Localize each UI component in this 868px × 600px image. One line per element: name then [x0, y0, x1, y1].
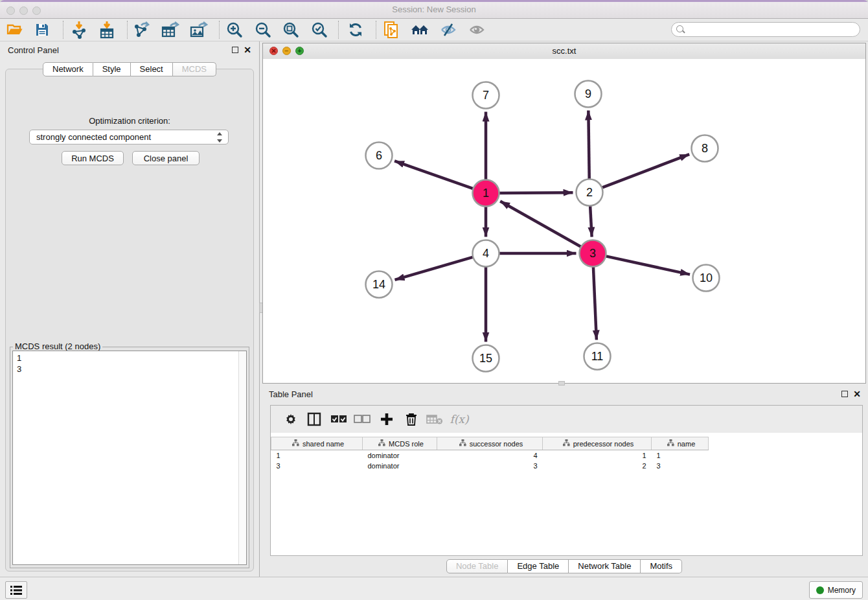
- control-panel-tabs: NetworkStyleSelectMCDS: [43, 62, 216, 76]
- window-title: Session: New Session: [0, 5, 868, 14]
- column-header-successor-nodes[interactable]: successor nodes: [437, 437, 543, 450]
- memory-button[interactable]: Memory: [809, 581, 863, 599]
- graph-edge-2-8[interactable]: [600, 154, 689, 188]
- search-icon: [676, 25, 683, 32]
- table-float-icon[interactable]: [841, 391, 848, 397]
- table-close-icon[interactable]: ✕: [853, 389, 861, 399]
- save-session-icon[interactable]: [31, 20, 53, 40]
- run-mcds-button[interactable]: Run MCDS: [62, 151, 124, 165]
- search-input[interactable]: [671, 22, 860, 37]
- open-file-icon[interactable]: [4, 20, 26, 40]
- graph-edge-3-11[interactable]: [593, 265, 597, 340]
- column-header-MCDS-role[interactable]: MCDS role: [363, 437, 437, 450]
- right-area: ✕ − + scc.txt 7968124314101511: [260, 41, 868, 577]
- tab-style[interactable]: Style: [93, 62, 131, 76]
- graph-edge-1-6[interactable]: [394, 161, 474, 189]
- graph-node-6[interactable]: 6: [366, 143, 393, 169]
- tab-motifs[interactable]: Motifs: [641, 559, 682, 573]
- settings-gear-icon[interactable]: [281, 410, 301, 429]
- export-table-icon[interactable]: [159, 20, 181, 40]
- tab-edge-table[interactable]: Edge Table: [508, 559, 569, 573]
- network-canvas[interactable]: 7968124314101511: [263, 59, 865, 383]
- horizontal-splitter-handle[interactable]: [558, 381, 565, 386]
- graph-node-11[interactable]: 11: [584, 343, 611, 370]
- graph-node-4[interactable]: 4: [473, 240, 499, 267]
- tab-network[interactable]: Network: [43, 62, 93, 76]
- table-row[interactable]: 3dominator323: [271, 461, 719, 471]
- svg-text:15: 15: [479, 352, 492, 365]
- svg-text:9: 9: [585, 87, 591, 100]
- graph-edge-3-10[interactable]: [604, 256, 690, 275]
- export-network-icon[interactable]: [131, 20, 153, 40]
- show-hidden-icon[interactable]: [466, 20, 488, 40]
- graph-node-8[interactable]: 8: [692, 135, 718, 162]
- graph-edge-2-9[interactable]: [588, 110, 589, 180]
- table-container: f(x) shared nameMCDS rolesuccessor nodes…: [270, 405, 863, 556]
- column-header-name[interactable]: name: [652, 437, 709, 450]
- deselect-all-icon[interactable]: [352, 410, 372, 429]
- memory-status-icon: [816, 586, 824, 594]
- table-panel: Table Panel ✕: [262, 386, 866, 577]
- import-network-icon[interactable]: [68, 20, 90, 40]
- graph-node-1[interactable]: 1: [473, 180, 499, 207]
- graph-node-2[interactable]: 2: [577, 179, 603, 206]
- add-row-icon[interactable]: [377, 410, 396, 429]
- search-field: [671, 22, 860, 37]
- refresh-icon[interactable]: [345, 20, 367, 40]
- mcds-panel: Optimization criterion: strongly connect…: [5, 69, 254, 571]
- node-table-header: shared nameMCDS rolesuccessor nodesprede…: [271, 437, 719, 450]
- zoom-fit-icon[interactable]: [280, 20, 302, 40]
- criterion-dropdown[interactable]: strongly connected component: [29, 130, 229, 144]
- tab-mcds[interactable]: MCDS: [173, 62, 216, 76]
- zoom-out-icon[interactable]: [252, 20, 274, 40]
- graph-edge-3-1[interactable]: [500, 202, 582, 248]
- graph-node-9[interactable]: 9: [575, 81, 602, 108]
- zoom-in-icon[interactable]: [223, 20, 246, 40]
- function-builder-icon: f(x): [450, 410, 469, 429]
- svg-text:6: 6: [376, 149, 382, 162]
- graph-node-3[interactable]: 3: [580, 240, 606, 267]
- svg-text:11: 11: [591, 350, 604, 363]
- float-panel-icon[interactable]: [232, 47, 238, 53]
- show-columns-icon[interactable]: [304, 410, 324, 429]
- delete-rows-icon[interactable]: [402, 410, 421, 429]
- mcds-result-line: 1: [17, 352, 246, 363]
- graph-node-14[interactable]: 14: [366, 271, 393, 298]
- svg-text:4: 4: [483, 247, 489, 260]
- fx-label: f(x): [450, 413, 468, 426]
- tab-select[interactable]: Select: [131, 62, 173, 76]
- status-bar: Memory: [0, 577, 868, 600]
- criterion-dropdown-value: strongly connected component: [36, 132, 151, 142]
- graph-node-7[interactable]: 7: [473, 82, 499, 109]
- mcds-result-text[interactable]: 13: [12, 351, 247, 565]
- column-header-predecessor-nodes[interactable]: predecessor nodes: [543, 437, 652, 450]
- graph-edge-2-3[interactable]: [590, 204, 592, 237]
- zoom-selected-icon[interactable]: [308, 20, 330, 40]
- control-panel: Control Panel ✕ NetworkStyleSelectMCDS O…: [0, 41, 260, 577]
- clone-network-icon[interactable]: [381, 20, 403, 40]
- svg-text:10: 10: [700, 271, 713, 284]
- svg-text:7: 7: [483, 89, 489, 102]
- result-scrollbar[interactable]: [238, 351, 246, 564]
- tab-node-table[interactable]: Node Table: [446, 559, 508, 573]
- column-header-shared-name[interactable]: shared name: [271, 437, 363, 450]
- table-row[interactable]: 1dominator411: [271, 450, 719, 461]
- task-history-button[interactable]: [5, 581, 27, 599]
- svg-text:3: 3: [589, 247, 596, 260]
- graph-edge-4-14[interactable]: [394, 257, 474, 280]
- close-panel-button[interactable]: Close panel: [132, 151, 200, 165]
- svg-text:1: 1: [483, 187, 489, 200]
- import-table-icon[interactable]: [96, 20, 118, 40]
- table-toolbar: f(x): [271, 406, 862, 433]
- hide-selected-icon[interactable]: [437, 20, 459, 40]
- graph-node-10[interactable]: 10: [693, 265, 720, 292]
- workspace: Control Panel ✕ NetworkStyleSelectMCDS O…: [0, 41, 868, 577]
- home-houses-icon[interactable]: [409, 20, 431, 40]
- graph-node-15[interactable]: 15: [473, 345, 499, 372]
- dropdown-stepper-icon: [216, 132, 223, 143]
- graph-edge-1-2[interactable]: [497, 192, 573, 193]
- export-image-icon[interactable]: [188, 20, 210, 40]
- select-all-icon[interactable]: [329, 410, 348, 429]
- tab-network-table[interactable]: Network Table: [569, 559, 641, 573]
- close-panel-icon[interactable]: ✕: [244, 45, 251, 55]
